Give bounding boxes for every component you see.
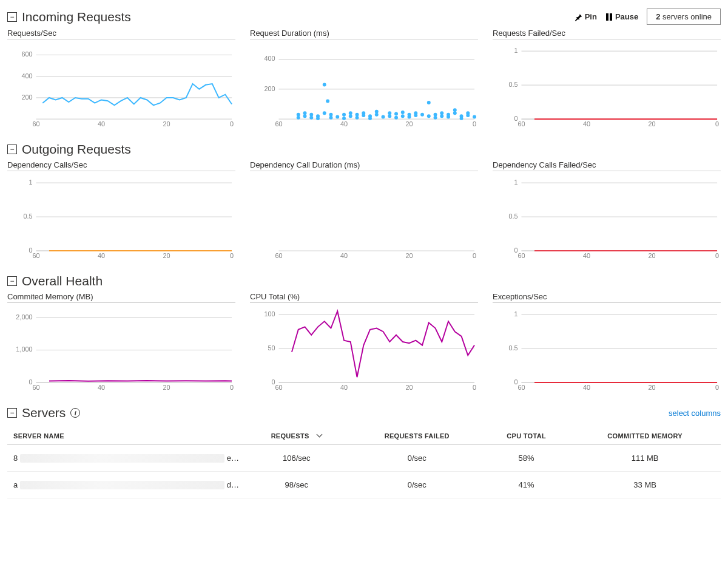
chevron-down-icon [316,432,322,438]
svg-text:60: 60 [32,120,39,127]
col-cpu-total[interactable]: CPU TOTAL [484,427,569,445]
chart-requests-sec[interactable]: Requests/Sec2004006006040200 [7,29,235,130]
section-title-servers: Servers [22,406,66,420]
pause-icon [605,13,613,21]
svg-text:40: 40 [98,384,105,391]
svg-text:400: 400 [21,72,32,80]
outgoing-chart-row: Dependency Calls/Sec00.516040200 Depende… [7,160,721,262]
svg-text:0.5: 0.5 [23,212,32,220]
svg-text:0: 0 [715,384,719,391]
svg-text:2,000: 2,000 [16,313,32,321]
table-row[interactable]: 8e…106/sec0/sec58%111 MB [7,445,721,472]
chart-title: CPU Total (%) [250,292,478,301]
server-name-redacted [20,481,224,489]
svg-text:40: 40 [98,252,105,259]
chart-dependency-calls-failed-sec[interactable]: Dependency Calls Failed/Sec00.516040200 [493,160,721,262]
svg-point-61 [427,114,431,118]
svg-point-60 [427,101,431,104]
svg-text:60: 60 [517,384,525,391]
svg-text:40: 40 [98,120,105,127]
col-requests-failed[interactable]: REQUESTS FAILED [350,427,484,445]
svg-text:40: 40 [583,252,590,259]
svg-text:1: 1 [29,178,33,186]
svg-text:40: 40 [583,384,590,391]
svg-point-35 [335,115,339,118]
svg-text:0: 0 [230,120,234,127]
svg-point-71 [460,117,463,120]
svg-text:60: 60 [275,384,282,391]
svg-point-69 [453,108,457,112]
chart-title: Dependency Call Duration (ms) [250,160,478,169]
incoming-chart-row: Requests/Sec2004006006040200 Request Dur… [7,29,721,130]
chart-title: Dependency Calls/Sec [7,160,235,169]
health-chart-row: Commited Memory (MB)01,0002,0006040200 C… [7,292,721,393]
svg-text:100: 100 [264,310,275,318]
chart-dependency-call-duration-ms[interactable]: Dependency Call Duration (ms)6040200 [250,160,478,262]
svg-text:0: 0 [473,120,476,127]
svg-point-50 [388,114,391,118]
svg-text:200: 200 [21,93,32,101]
svg-text:60: 60 [517,252,525,259]
svg-point-47 [375,110,379,114]
section-title-incoming: Incoming Requests [22,10,131,24]
servers-online-label: servers online [662,12,712,21]
col-committed-memory[interactable]: COMMITTED MEMORY [569,427,721,445]
chart-cpu-total[interactable]: CPU Total (%)0501006040200 [250,292,478,393]
section-header-servers: − Servers i select columns [7,406,721,420]
svg-text:0.5: 0.5 [508,344,517,352]
svg-text:20: 20 [405,384,413,391]
svg-point-30 [323,111,326,115]
col-requests[interactable]: REQUESTS [243,427,350,445]
top-controls: Pin Pause 2 servers online [574,8,721,25]
table-row[interactable]: ad…98/sec0/sec41%33 MB [7,472,721,498]
cell-cpu-total: 41% [484,472,569,498]
svg-point-67 [447,113,450,117]
collapse-toggle-incoming[interactable]: − [7,12,17,22]
chart-committed-memory[interactable]: Commited Memory (MB)01,0002,0006040200 [7,292,235,393]
svg-text:1: 1 [514,47,518,54]
chart-title: Dependency Calls Failed/Sec [493,160,721,169]
svg-text:40: 40 [340,252,348,259]
svg-rect-1 [610,13,612,21]
svg-text:1: 1 [514,178,518,186]
server-name-redacted [20,454,224,463]
svg-text:0: 0 [230,384,234,391]
svg-text:400: 400 [264,55,275,62]
svg-text:0: 0 [715,120,719,127]
svg-point-54 [401,110,405,114]
cell-requests-failed: 0/sec [350,445,484,472]
chart-title: Requests Failed/Sec [493,29,721,38]
info-icon[interactable]: i [70,408,80,418]
chart-requests-failed-sec[interactable]: Requests Failed/Sec00.516040200 [493,29,721,130]
svg-text:50: 50 [268,344,275,352]
servers-table: SERVER NAME REQUESTS REQUESTS FAILED CPU… [7,427,721,498]
collapse-toggle-outgoing[interactable]: − [7,144,17,154]
pin-button[interactable]: Pin [574,12,597,21]
col-requests-label: REQUESTS [271,432,309,440]
svg-text:60: 60 [275,120,282,127]
section-title-outgoing: Outgoing Requests [22,142,131,157]
collapse-toggle-health[interactable]: − [7,276,17,286]
servers-online-button[interactable]: 2 servers online [647,8,721,25]
chart-request-duration-ms[interactable]: Request Duration (ms)2004006040200 [250,29,478,130]
chart-exceptions-sec[interactable]: Exceptions/Sec00.516040200 [493,292,721,393]
collapse-toggle-servers[interactable]: − [7,408,17,418]
cell-requests: 106/sec [243,445,350,472]
svg-text:20: 20 [163,384,170,391]
svg-text:0: 0 [715,252,719,259]
svg-text:0.5: 0.5 [508,212,517,220]
col-server-name[interactable]: SERVER NAME [7,427,243,445]
cell-cpu-total: 58% [484,445,569,472]
cell-requests-failed: 0/sec [350,472,484,498]
pause-button[interactable]: Pause [605,12,638,21]
chart-dependency-calls-sec[interactable]: Dependency Calls/Sec00.516040200 [7,160,235,262]
select-columns-link[interactable]: select columns [669,409,721,418]
server-name-suffix: d… [227,480,239,489]
svg-text:200: 200 [264,85,275,92]
svg-point-65 [440,114,443,118]
svg-point-45 [368,117,372,120]
svg-text:0: 0 [230,252,234,259]
svg-text:20: 20 [163,120,170,127]
svg-point-48 [382,115,385,118]
svg-point-58 [414,111,417,115]
